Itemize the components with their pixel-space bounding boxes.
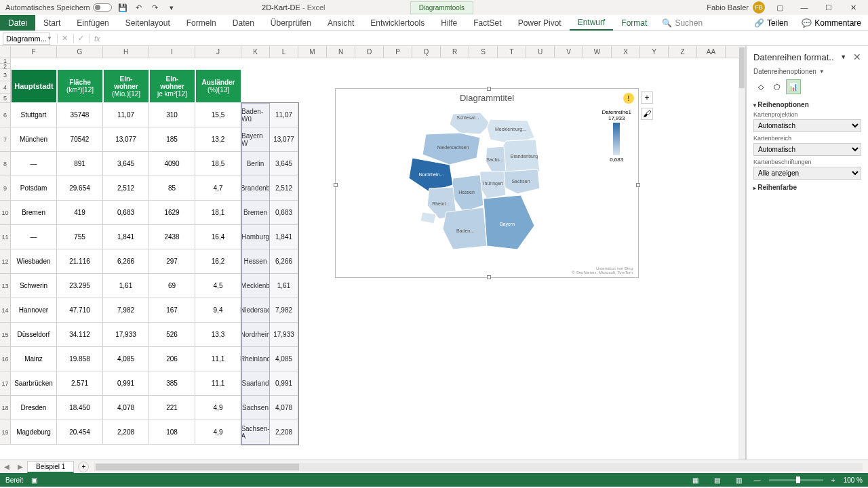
horizontal-scrollbar[interactable] — [94, 463, 863, 471]
cell[interactable]: Düsseldorf — [11, 323, 57, 347]
cell[interactable]: 108 — [149, 420, 195, 445]
column-header[interactable]: X — [612, 46, 640, 58]
cell[interactable]: — — [11, 225, 57, 249]
cell[interactable]: Saarbrücken — [11, 371, 57, 396]
cell[interactable]: 18.450 — [57, 396, 103, 420]
sheet-nav-next[interactable]: ▶ — [14, 463, 27, 470]
cell[interactable]: 206 — [149, 347, 195, 371]
column-header[interactable]: L — [270, 46, 298, 58]
add-sheet-button[interactable]: + — [78, 462, 89, 472]
cell[interactable]: 23.295 — [57, 274, 103, 298]
select-projection[interactable]: Automatisch — [753, 119, 861, 132]
cell[interactable]: 385 — [149, 371, 195, 396]
column-header[interactable]: I — [149, 46, 195, 58]
cell[interactable]: 221 — [149, 396, 195, 420]
cell[interactable]: 70542 — [57, 127, 103, 152]
row-header[interactable]: 18 — [0, 396, 11, 420]
view-pagebreak-icon[interactable]: ▥ — [732, 475, 746, 485]
cell[interactable]: 419 — [57, 201, 103, 225]
column-header[interactable]: Z — [669, 46, 697, 58]
cell[interactable]: 15,5 — [195, 103, 241, 127]
germany-map[interactable]: Schleswi... Mecklenburg... Niedersachsen… — [385, 107, 589, 256]
cell[interactable]: — — [11, 152, 57, 176]
tab-powerpivot[interactable]: Power Pivot — [510, 15, 570, 30]
row-header[interactable]: 17 — [0, 371, 11, 396]
cell[interactable]: 20.454 — [57, 420, 103, 445]
column-header[interactable]: N — [327, 46, 355, 58]
select-map-area[interactable]: Automatisch — [753, 143, 861, 156]
chart-title[interactable]: Diagrammtitel — [336, 89, 638, 107]
tab-help[interactable]: Hilfe — [433, 15, 465, 30]
cell[interactable]: 1,841 — [103, 225, 149, 249]
cell[interactable]: 0,683 — [103, 201, 149, 225]
cell[interactable]: 4,7 — [195, 176, 241, 201]
tab-devtools[interactable]: Entwicklertools — [362, 15, 433, 30]
column-header[interactable]: G — [57, 46, 103, 58]
cell[interactable]: Hannover — [11, 298, 57, 323]
cell[interactable]: 69 — [149, 274, 195, 298]
select-all-corner[interactable] — [0, 46, 11, 58]
cell[interactable]: 4,9 — [195, 420, 241, 445]
cell[interactable]: Schwerin — [11, 274, 57, 298]
column-header[interactable]: H — [103, 46, 149, 58]
macro-record-icon[interactable]: ▣ — [31, 476, 37, 484]
select-map-labels[interactable]: Alle anzeigen — [753, 167, 861, 180]
cell[interactable]: Bremen — [11, 201, 57, 225]
column-header[interactable]: F — [11, 46, 57, 58]
cell[interactable]: 18,1 — [195, 201, 241, 225]
fill-line-icon[interactable]: ◇ — [753, 79, 768, 94]
view-normal-icon[interactable]: ▦ — [689, 475, 703, 485]
sheet-tab-active[interactable]: Beispiel 1 — [27, 461, 74, 473]
tab-start[interactable]: Start — [35, 15, 68, 30]
zoom-in-button[interactable]: + — [831, 476, 835, 484]
cell[interactable]: 310 — [149, 103, 195, 127]
cell[interactable]: 185 — [149, 127, 195, 152]
cell[interactable]: 6,266 — [103, 249, 149, 274]
cell[interactable]: München — [11, 127, 57, 152]
column-header[interactable]: AA — [697, 46, 726, 58]
cell[interactable]: 2438 — [149, 225, 195, 249]
column-header[interactable]: J — [195, 46, 241, 58]
tab-data[interactable]: Daten — [224, 15, 262, 30]
comments-button[interactable]: 💬 Kommentare — [795, 15, 868, 30]
view-pagelayout-icon[interactable]: ▤ — [711, 475, 724, 485]
name-box[interactable]: Diagramm...▼ — [3, 33, 50, 45]
cell[interactable]: Wiesbaden — [11, 249, 57, 274]
cell[interactable]: 1629 — [149, 201, 195, 225]
cell[interactable]: 4,085 — [103, 347, 149, 371]
cell[interactable]: 21.116 — [57, 249, 103, 274]
cell[interactable]: Potsdam — [11, 176, 57, 201]
column-header[interactable]: K — [241, 46, 270, 58]
worksheet-grid[interactable]: FGHIJKLMNOPQRSTUVWXYZAA 1234567891011121… — [0, 46, 746, 460]
section-series-color[interactable]: Reihenfarbe — [753, 184, 861, 191]
cell[interactable]: 19.858 — [57, 347, 103, 371]
cell[interactable]: 0,991 — [103, 371, 149, 396]
zoom-level[interactable]: 100 % — [844, 476, 863, 484]
column-header[interactable]: U — [526, 46, 555, 58]
cell[interactable]: 16,4 — [195, 225, 241, 249]
cell[interactable]: 13,3 — [195, 323, 241, 347]
row-header[interactable]: 7 — [0, 127, 11, 152]
user-account[interactable]: Fabio Basler FB — [707, 1, 765, 14]
row-header[interactable]: 14 — [0, 298, 11, 323]
cell[interactable]: 7,982 — [103, 298, 149, 323]
cell[interactable]: 526 — [149, 323, 195, 347]
row-header[interactable]: 12 — [0, 249, 11, 274]
column-header[interactable]: P — [384, 46, 412, 58]
cell[interactable]: 755 — [57, 225, 103, 249]
column-header[interactable]: Q — [412, 46, 441, 58]
column-header[interactable]: S — [469, 46, 498, 58]
tab-review[interactable]: Überprüfen — [262, 15, 319, 30]
cell[interactable]: 11,1 — [195, 347, 241, 371]
row-header[interactable]: 2 — [0, 64, 11, 69]
column-header[interactable]: O — [355, 46, 384, 58]
cell[interactable]: 11,07 — [103, 103, 149, 127]
cell[interactable]: 4,078 — [103, 396, 149, 420]
close-button[interactable]: ✕ — [844, 1, 863, 14]
cell[interactable]: 2,512 — [103, 176, 149, 201]
cell[interactable]: 47.710 — [57, 298, 103, 323]
column-header[interactable]: Y — [640, 46, 669, 58]
cell[interactable]: Magdeburg — [11, 420, 57, 445]
cell[interactable]: 2.571 — [57, 371, 103, 396]
tab-formulas[interactable]: Formeln — [178, 15, 224, 30]
